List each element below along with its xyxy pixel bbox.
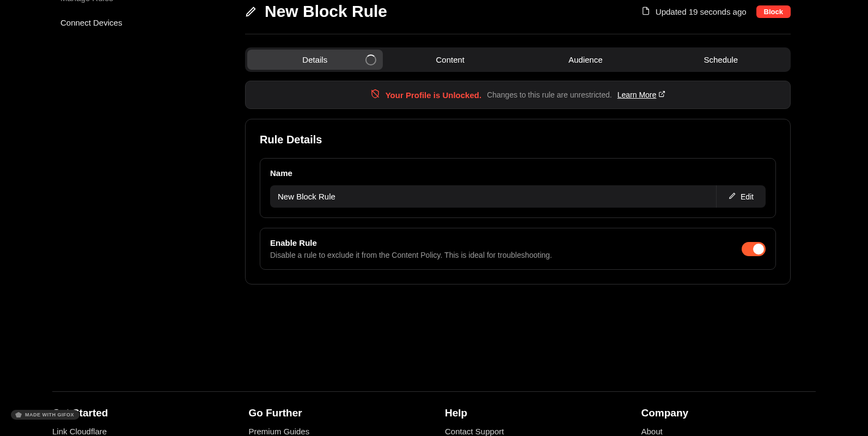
enable-rule-row: Enable Rule Disable a rule to exclude it… [270, 238, 766, 259]
enable-rule-title: Enable Rule [270, 238, 552, 247]
pencil-icon [729, 192, 736, 201]
tab-label: Schedule [704, 55, 738, 64]
page-header: New Block Rule Updated 19 seconds ago Bl… [245, 2, 791, 34]
footer-heading: Company [641, 407, 816, 419]
name-label: Name [270, 168, 766, 178]
updated-text: Updated 19 seconds ago [656, 7, 747, 16]
tab-label: Content [436, 55, 464, 64]
tab-label: Details [302, 55, 327, 64]
footer-link-about[interactable]: About [641, 427, 816, 436]
document-icon [641, 6, 650, 17]
tab-content[interactable]: Content [383, 50, 518, 70]
sidebar-item-manage-rules[interactable]: Manage Rules [60, 0, 213, 18]
main-content: New Block Rule Updated 19 seconds ago Bl… [245, 0, 791, 284]
name-card: Name Edit [260, 158, 776, 218]
footer-link-premium-guides[interactable]: Premium Guides [249, 427, 424, 436]
tab-schedule[interactable]: Schedule [653, 50, 789, 70]
enable-rule-text: Enable Rule Disable a rule to exclude it… [270, 238, 552, 259]
made-with-label: MADE WITH GIFOX [25, 412, 74, 417]
name-input-row: Edit [270, 185, 766, 208]
edit-name-button[interactable]: Edit [716, 185, 766, 208]
tab-details[interactable]: Details [247, 50, 383, 70]
footer-link-link-cloudflare[interactable]: Link Cloudflare [52, 427, 227, 436]
tab-label: Audience [569, 55, 603, 64]
alert-title: Your Profile is Unlocked. [386, 90, 481, 100]
page-title: New Block Rule [265, 2, 387, 21]
updated-timestamp: Updated 19 seconds ago [641, 6, 747, 17]
footer-heading: Go Further [249, 407, 424, 419]
rule-details-panel: Rule Details Name Edit Enable Rule Disab… [245, 119, 791, 284]
block-badge: Block [756, 5, 791, 18]
enable-rule-desc: Disable a rule to exclude it from the Co… [270, 251, 552, 259]
learn-more-link[interactable]: Learn More [618, 90, 666, 99]
loading-spinner-icon [365, 55, 376, 65]
enable-rule-card: Enable Rule Disable a rule to exclude it… [260, 228, 776, 270]
header-left: New Block Rule [245, 2, 387, 21]
footer-heading: Help [445, 407, 620, 419]
learn-more-label: Learn More [618, 90, 657, 99]
footer-col-company: Company About [641, 407, 816, 436]
unlocked-alert: Your Profile is Unlocked. Changes to thi… [245, 81, 791, 109]
tab-audience[interactable]: Audience [518, 50, 653, 70]
header-right: Updated 19 seconds ago Block [641, 5, 791, 18]
tabs: Details Content Audience Schedule [245, 47, 791, 72]
edit-label: Edit [741, 192, 754, 201]
sidebar: Manage Rules Connect Devices [60, 0, 213, 43]
made-with-gifox-badge[interactable]: MADE WITH GIFOX [11, 410, 80, 420]
sidebar-item-label: Manage Rules [60, 0, 113, 3]
footer-col-go-further: Go Further Premium Guides [249, 407, 424, 436]
footer-link-contact-support[interactable]: Contact Support [445, 427, 620, 436]
sidebar-item-label: Connect Devices [60, 18, 122, 27]
external-link-icon [658, 90, 665, 99]
enable-rule-toggle[interactable] [742, 242, 766, 256]
alert-text: Changes to this rule are unrestricted. [487, 90, 612, 99]
pencil-icon [245, 5, 257, 17]
footer: Get Started Link Cloudflare Go Further P… [52, 391, 816, 436]
toggle-knob [753, 244, 764, 255]
sidebar-item-connect-devices[interactable]: Connect Devices [60, 18, 213, 43]
panel-title: Rule Details [260, 134, 776, 146]
name-input[interactable] [270, 185, 716, 208]
footer-col-help: Help Contact Support [445, 407, 620, 436]
shield-off-icon [370, 89, 380, 101]
